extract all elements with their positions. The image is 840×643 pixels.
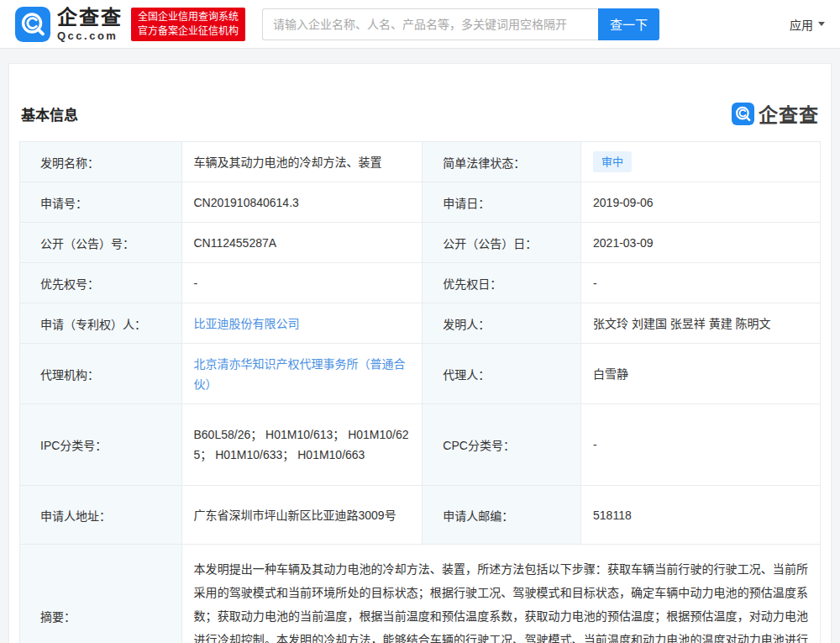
watermark-text: 企查查: [759, 99, 819, 128]
table-row: 申请人地址： 广东省深圳市坪山新区比亚迪路3009号 申请人邮编： 518118: [20, 486, 821, 545]
search-input[interactable]: [262, 8, 598, 40]
qcc-logo-icon: [732, 103, 754, 125]
certification-badge-line1: 全国企业信用查询系统: [138, 10, 239, 24]
row-value-cpc-class: -: [581, 404, 821, 486]
row-label: 摘要：: [20, 545, 182, 643]
row-label: 申请人地址：: [20, 486, 182, 545]
watermark-logo: 企查查: [732, 99, 819, 128]
row-label: 发明人：: [423, 303, 581, 344]
table-row: 申请（专利权）人： 比亚迪股份有限公司 发明人： 张文玲 刘建国 张昱祥 黄建 …: [20, 303, 821, 344]
row-value-postal-code: 518118: [581, 486, 821, 545]
apps-menu-label: 应用: [790, 16, 813, 33]
section-title: 基本信息: [21, 103, 78, 124]
row-value-application-number: CN201910840614.3: [181, 182, 423, 223]
row-value-agency: 北京清亦华知识产权代理事务所（普通合伙）: [181, 344, 423, 404]
agency-link[interactable]: 北京清亦华知识产权代理事务所（普通合伙）: [194, 357, 406, 391]
apps-menu[interactable]: 应用: [790, 16, 825, 33]
search-button[interactable]: 查一下: [598, 8, 659, 40]
card-header: 基本信息 企查查: [19, 64, 821, 141]
logo-domain: Qcc.com: [57, 30, 123, 41]
row-value-ipc-class: B60L58/26； H01M10/613； H01M10/625； H01M1…: [181, 404, 423, 486]
qcc-logo[interactable]: 企查查 Qcc.com: [15, 7, 123, 42]
row-value-priority-number: -: [181, 263, 423, 303]
table-row: 代理机构： 北京清亦华知识产权代理事务所（普通合伙） 代理人： 白雪静: [20, 344, 821, 404]
table-row: IPC分类号： B60L58/26； H01M10/613； H01M10/62…: [20, 404, 821, 486]
row-label: 申请日：: [423, 182, 581, 223]
table-row: 公开（公告）号： CN112455287A 公开（公告）日： 2021-03-0…: [20, 223, 821, 263]
logo-name: 企查查: [57, 8, 123, 28]
row-label: 申请人邮编：: [423, 486, 581, 545]
row-value-applicant: 比亚迪股份有限公司: [181, 303, 423, 344]
row-value-publication-date: 2021-03-09: [581, 223, 821, 263]
row-label: 申请号：: [20, 182, 182, 223]
row-label: 公开（公告）号：: [20, 223, 182, 263]
top-header: 企查查 Qcc.com 全国企业信用查询系统 官方备案企业征信机构 查一下 应用: [0, 0, 840, 49]
qcc-logo-icon: [15, 7, 50, 42]
certification-badge: 全国企业信用查询系统 官方备案企业征信机构: [131, 8, 245, 41]
table-row: 优先权号： - 优先权日： -: [20, 263, 821, 303]
row-label: 发明名称：: [20, 142, 182, 182]
table-row: 摘要： 本发明提出一种车辆及其动力电池的冷却方法、装置，所述方法包括以下步骤：获…: [20, 545, 821, 643]
legal-status-badge: 审中: [593, 151, 632, 172]
row-value-agent: 白雪静: [581, 344, 821, 404]
row-label: 代理人：: [423, 344, 581, 404]
row-label: CPC分类号：: [423, 404, 581, 486]
row-label: 代理机构：: [20, 344, 182, 404]
basic-info-card: 基本信息 企查查 发明名称： 车辆及其动力电池的冷却方法、装置 简单法律状态： …: [8, 63, 832, 643]
row-value-publication-number: CN112455287A: [181, 223, 423, 263]
row-value-application-date: 2019-09-06: [581, 182, 821, 223]
row-value-applicant-address: 广东省深圳市坪山新区比亚迪路3009号: [181, 486, 423, 545]
row-value-priority-date: -: [581, 263, 821, 303]
applicant-link[interactable]: 比亚迪股份有限公司: [194, 317, 300, 330]
row-value-invention-name: 车辆及其动力电池的冷却方法、装置: [181, 142, 423, 182]
row-label: 简单法律状态：: [423, 142, 581, 182]
row-value-inventors: 张文玲 刘建国 张昱祥 黄建 陈明文: [581, 303, 821, 344]
certification-badge-line2: 官方备案企业征信机构: [138, 24, 239, 39]
row-label: IPC分类号：: [20, 404, 182, 486]
logo-text: 企查查 Qcc.com: [57, 8, 123, 41]
search-bar: 查一下: [262, 8, 659, 40]
chevron-down-icon: [818, 22, 825, 26]
row-label: 公开（公告）日：: [423, 223, 581, 263]
patent-info-table: 发明名称： 车辆及其动力电池的冷却方法、装置 简单法律状态： 审中 申请号： C…: [19, 141, 821, 643]
row-label: 优先权日：: [423, 263, 581, 303]
row-label: 申请（专利权）人：: [20, 303, 182, 344]
row-value-legal-status: 审中: [581, 142, 821, 182]
abstract-text: 本发明提出一种车辆及其动力电池的冷却方法、装置，所述方法包括以下步骤：获取车辆当…: [181, 545, 821, 643]
table-row: 申请号： CN201910840614.3 申请日： 2019-09-06: [20, 182, 821, 223]
row-label: 优先权号：: [20, 263, 182, 303]
table-row: 发明名称： 车辆及其动力电池的冷却方法、装置 简单法律状态： 审中: [20, 142, 821, 182]
